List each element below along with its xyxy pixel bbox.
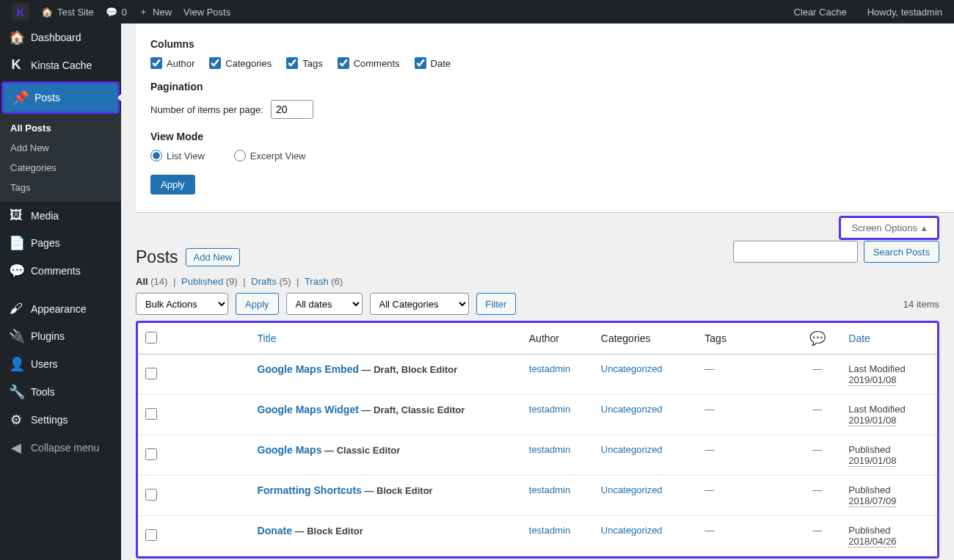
post-title-link[interactable]: Google Maps Embed: [258, 363, 359, 375]
col-comments-check[interactable]: Comments: [338, 57, 400, 69]
category-link[interactable]: Uncategorized: [601, 525, 663, 536]
date-header[interactable]: Date: [841, 323, 937, 354]
tags-cell: —: [697, 476, 793, 516]
view-posts-link[interactable]: View Posts: [178, 0, 236, 23]
categories-select[interactable]: All Categories: [370, 293, 469, 315]
row-checkbox[interactable]: [145, 489, 157, 501]
menu-dashboard[interactable]: 🏠Dashboard: [0, 23, 121, 51]
menu-plugins[interactable]: 🔌Plugins: [0, 322, 121, 350]
comments-cell: —: [793, 354, 841, 395]
per-page-row: Number of items per page:: [150, 100, 939, 119]
author-link[interactable]: testadmin: [529, 363, 570, 374]
select-all-checkbox[interactable]: [145, 332, 157, 343]
comments-header[interactable]: 💬: [793, 323, 841, 354]
pin-icon: 📌: [12, 90, 27, 106]
submenu-categories[interactable]: Categories: [0, 158, 121, 178]
per-page-input[interactable]: [271, 100, 313, 119]
settings-icon: ⚙: [9, 412, 23, 428]
submenu-all-posts[interactable]: All Posts: [0, 118, 121, 138]
table-row: Formatting Shortcuts — Block Editortesta…: [138, 476, 937, 516]
col-categories-checkbox[interactable]: [209, 57, 221, 69]
post-title-link[interactable]: Google Maps: [258, 444, 322, 456]
menu-pages[interactable]: 📄Pages: [0, 229, 121, 257]
kinsta-logo[interactable]: K: [6, 0, 35, 23]
list-view-radio[interactable]: List View: [150, 150, 205, 161]
menu-collapse[interactable]: ◀Collapse menu: [0, 434, 121, 462]
appearance-icon: 🖌: [9, 301, 23, 316]
col-comments-checkbox[interactable]: [338, 57, 349, 69]
title-header[interactable]: Title: [250, 323, 522, 354]
pages-icon: 📄: [9, 235, 23, 251]
col-tags-check[interactable]: Tags: [286, 57, 322, 69]
howdy-link[interactable]: Howdy, testadmin: [862, 0, 948, 23]
menu-settings[interactable]: ⚙Settings: [0, 406, 121, 434]
author-link[interactable]: testadmin: [529, 444, 570, 455]
admin-bar-right: Clear Cache Howdy, testadmin: [787, 0, 948, 23]
screen-options-panel: Columns Author Categories Tags Comments …: [136, 23, 954, 213]
col-date-checkbox[interactable]: [415, 57, 426, 69]
excerpt-view-radio[interactable]: Excerpt View: [234, 150, 306, 161]
category-link[interactable]: Uncategorized: [601, 484, 663, 495]
category-link[interactable]: Uncategorized: [601, 444, 663, 455]
posts-submenu: All Posts Add New Categories Tags: [0, 114, 121, 202]
date-cell: Last Modified2019/01/08: [841, 395, 937, 435]
filter-drafts[interactable]: Drafts (5): [251, 276, 291, 287]
comments-link[interactable]: 💬0: [100, 0, 133, 23]
menu-kinsta-cache[interactable]: KKinsta Cache: [0, 51, 121, 79]
menu-tools[interactable]: 🔧Tools: [0, 378, 121, 406]
col-date-check[interactable]: Date: [415, 57, 451, 69]
col-author-check[interactable]: Author: [150, 57, 194, 69]
excerpt-view-input[interactable]: [234, 150, 246, 161]
categories-header: Categories: [594, 323, 698, 354]
col-categories-check[interactable]: Categories: [209, 57, 272, 69]
col-tags-checkbox[interactable]: [286, 57, 298, 69]
post-title-link[interactable]: Formatting Shortcuts: [258, 484, 362, 496]
site-link[interactable]: 🏠Test Site: [35, 0, 100, 23]
clear-cache-link[interactable]: Clear Cache: [787, 0, 852, 23]
author-link[interactable]: testadmin: [529, 484, 570, 495]
screen-options-tab[interactable]: Screen Options ▴: [839, 216, 939, 240]
plugins-icon: 🔌: [9, 328, 23, 344]
filter-all[interactable]: All (14): [136, 276, 167, 287]
row-checkbox[interactable]: [145, 408, 157, 420]
add-new-button[interactable]: Add New: [186, 248, 241, 266]
author-link[interactable]: testadmin: [529, 525, 570, 536]
category-link[interactable]: Uncategorized: [601, 363, 663, 374]
tags-cell: —: [697, 435, 793, 476]
menu-comments[interactable]: 💬Comments: [0, 257, 121, 285]
filter-button[interactable]: Filter: [476, 293, 517, 315]
author-link[interactable]: testadmin: [529, 404, 570, 415]
category-link[interactable]: Uncategorized: [601, 404, 663, 415]
menu-posts[interactable]: 📌Posts: [4, 84, 117, 112]
menu-media[interactable]: 🖼Media: [0, 202, 121, 229]
post-title-link[interactable]: Google Maps Widget: [258, 404, 359, 415]
row-checkbox[interactable]: [145, 368, 157, 379]
date-cell: Last Modified2019/01/08: [841, 354, 937, 395]
admin-bar: K 🏠Test Site 💬0 ＋New View Posts Clear Ca…: [0, 0, 954, 23]
menu-users[interactable]: 👤Users: [0, 350, 121, 378]
admin-sidebar: 🏠Dashboard KKinsta Cache 📌Posts All Post…: [0, 23, 121, 559]
post-state: — Classic Editor: [324, 445, 400, 456]
filter-published[interactable]: Published (9): [181, 276, 238, 287]
search-button[interactable]: Search Posts: [864, 241, 939, 263]
dashboard-icon: 🏠: [9, 29, 23, 46]
date-cell: Published2018/07/09: [841, 476, 937, 516]
submenu-add-new[interactable]: Add New: [0, 138, 121, 158]
posts-menu-highlight: 📌Posts: [1, 81, 120, 114]
search-input[interactable]: [733, 241, 858, 263]
bulk-actions-select[interactable]: Bulk Actions: [136, 293, 228, 315]
row-checkbox[interactable]: [145, 448, 157, 460]
submenu-tags[interactable]: Tags: [0, 178, 121, 197]
bulk-apply-button[interactable]: Apply: [236, 293, 279, 315]
list-view-input[interactable]: [150, 150, 162, 161]
new-link[interactable]: ＋New: [133, 0, 178, 23]
menu-appearance[interactable]: 🖌Appearance: [0, 295, 121, 322]
post-state: — Draft, Classic Editor: [361, 404, 465, 415]
col-author-checkbox[interactable]: [150, 57, 162, 69]
filter-trash[interactable]: Trash (6): [305, 276, 343, 287]
row-checkbox[interactable]: [145, 529, 157, 541]
post-title-link[interactable]: Donate: [258, 525, 292, 537]
dates-select[interactable]: All dates: [286, 293, 363, 315]
table-row: Google Maps Embed — Draft, Block Editort…: [138, 354, 937, 395]
screen-options-apply-button[interactable]: Apply: [150, 175, 195, 194]
